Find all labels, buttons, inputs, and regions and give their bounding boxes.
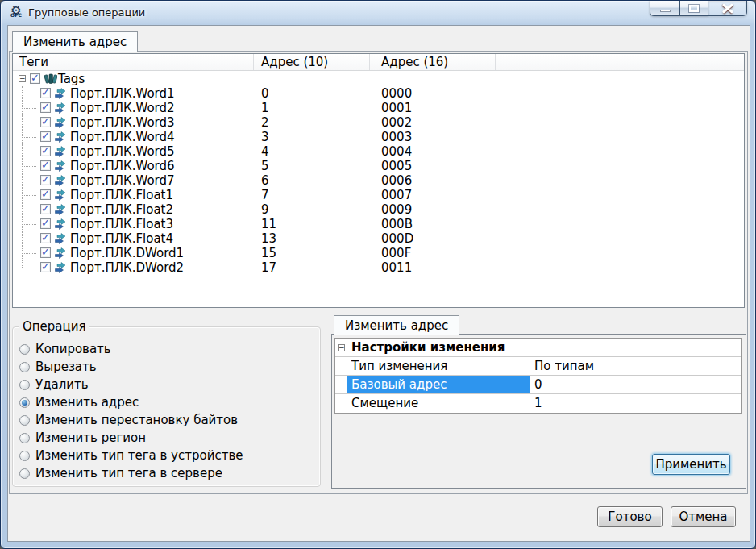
app-opc-gear-icon: ⚙OPC [8, 4, 24, 22]
tree-guide-line [23, 210, 36, 210]
radio-icon[interactable] [19, 433, 30, 443]
operation-radio-option[interactable]: Изменить перестановку байтов [19, 411, 317, 429]
tree-guide-line [23, 239, 36, 239]
radio-icon[interactable] [19, 397, 30, 408]
tag-checkbox[interactable]: ✓ [40, 262, 51, 272]
operation-options: Копировать Вырезать Удалить [19, 340, 317, 482]
operation-radio-option[interactable]: Изменить регион [19, 429, 317, 447]
grid-gutter [335, 376, 347, 393]
transfer-arrows-icon [55, 262, 66, 277]
close-button[interactable] [708, 0, 747, 16]
radio-icon[interactable] [19, 451, 30, 461]
radio-icon[interactable] [19, 344, 30, 355]
tree-guide-line [23, 195, 36, 196]
tag-checkbox[interactable]: ✓ [40, 247, 51, 258]
tree-item-row[interactable]: ✓ Порт.ПЛК.Word4 3 0003 [13, 130, 744, 144]
tree-item-row[interactable]: ✓ Порт.ПЛК.Word6 5 0005 [13, 159, 744, 173]
tag-checkbox[interactable]: ✓ [40, 117, 51, 127]
tree-item-row[interactable]: ✓ Порт.ПЛК.Float3 11 000B [13, 217, 744, 231]
tag-addr16: 0000 [381, 86, 412, 101]
tree-item-row[interactable]: ✓ Порт.ПЛК.Word3 2 0002 [13, 115, 744, 130]
operation-radio-option[interactable]: Копировать [19, 340, 317, 358]
tag-checkbox[interactable]: ✓ [40, 160, 51, 171]
subtab-change-address[interactable]: Изменить адрес [334, 315, 459, 335]
operation-radio-option[interactable]: Удалить [19, 376, 317, 393]
tag-addr16: 0005 [381, 159, 412, 173]
tag-addr16: 000F [381, 246, 411, 260]
tag-name: Порт.ПЛК.Word2 [70, 101, 175, 115]
radio-icon[interactable] [19, 380, 30, 390]
setting-name[interactable]: Базовый адрес [347, 376, 530, 393]
setting-name[interactable]: Смещение [347, 394, 530, 413]
tag-name: Порт.ПЛК.Word1 [70, 86, 175, 101]
column-header-addr10[interactable]: Адрес (10) [261, 55, 328, 69]
setting-value[interactable]: 0 [530, 376, 741, 393]
maximize-button[interactable] [679, 0, 708, 16]
tag-checkbox[interactable]: ✓ [40, 102, 51, 113]
tab-label: Изменить адрес [23, 35, 127, 49]
tree-item-row[interactable]: ✓ Порт.ПЛК.Word2 1 0001 [13, 101, 744, 115]
operation-label: Вырезать [35, 360, 97, 374]
title-bar[interactable]: ⚙OPC Групповые операции [1, 1, 755, 25]
minimize-icon [660, 10, 671, 12]
tag-checkbox[interactable]: ✓ [40, 175, 51, 185]
apply-button[interactable]: Применить [652, 454, 730, 475]
tag-checkbox[interactable]: ✓ [40, 146, 51, 156]
tree-root-row[interactable]: − ✓ Tags [13, 72, 744, 86]
maximize-icon [689, 5, 699, 12]
tree-item-row[interactable]: ✓ Порт.ПЛК.Float2 9 0009 [13, 202, 744, 217]
tree-item-row[interactable]: ✓ Порт.ПЛК.Word5 4 0004 [13, 144, 744, 159]
root-checkbox[interactable]: ✓ [30, 73, 40, 84]
tree-item-row[interactable]: ✓ Порт.ПЛК.Float4 13 000D [13, 231, 744, 246]
tag-checkbox[interactable]: ✓ [40, 88, 51, 98]
tag-addr16: 0011 [381, 260, 412, 275]
tag-checkbox[interactable]: ✓ [40, 189, 51, 200]
tag-addr10: 0 [261, 86, 269, 101]
setting-name[interactable]: Тип изменения [347, 357, 530, 375]
settings-row[interactable]: Тип изменения По типам [335, 357, 741, 376]
setting-value[interactable]: 1 [530, 394, 741, 413]
settings-group-row[interactable]: − Настройки изменения [335, 339, 741, 357]
subtab-label: Изменить адрес [345, 318, 448, 333]
tree-item-row[interactable]: ✓ Порт.ПЛК.Float1 7 0007 [13, 188, 744, 202]
tag-addr10: 7 [261, 188, 269, 202]
radio-icon[interactable] [19, 415, 30, 426]
column-header-addr16[interactable]: Адрес (16) [381, 55, 448, 69]
tree-item-row[interactable]: ✓ Порт.ПЛК.DWord1 15 000F [13, 246, 744, 260]
tag-name: Порт.ПЛК.DWord1 [70, 246, 184, 260]
minimize-button[interactable] [650, 0, 679, 16]
done-button[interactable]: Готово [597, 506, 663, 527]
setting-value[interactable]: По типам [530, 357, 741, 375]
tag-checkbox[interactable]: ✓ [40, 204, 51, 214]
group-operations-dialog: ⚙OPC Групповые операции Изменить адрес Т… [0, 0, 756, 549]
tree-guide-line [23, 268, 36, 268]
tag-checkbox[interactable]: ✓ [40, 233, 51, 243]
close-icon [722, 3, 733, 13]
operation-radio-option[interactable]: Изменить тип тега в устройстве [19, 447, 317, 464]
settings-row[interactable]: Базовый адрес 0 [335, 376, 741, 394]
window-controls [650, 0, 747, 16]
tree-item-row[interactable]: ✓ Порт.ПЛК.Word7 6 0006 [13, 173, 744, 188]
settings-row[interactable]: Смещение 1 [335, 394, 741, 413]
operation-radio-option[interactable]: Изменить адрес [19, 393, 317, 411]
operation-label: Изменить перестановку байтов [35, 413, 238, 427]
settings-property-grid: − Настройки изменения Тип изменения По т… [334, 338, 742, 414]
tree-item-row[interactable]: ✓ Порт.ПЛК.DWord2 17 0011 [13, 260, 744, 275]
tree-item-row[interactable]: ✓ Порт.ПЛК.Word1 0 0000 [13, 86, 744, 101]
grid-gutter [335, 357, 347, 375]
tag-checkbox[interactable]: ✓ [40, 131, 51, 142]
tag-name: Порт.ПЛК.Float3 [70, 217, 173, 231]
column-header-tags[interactable]: Теги [19, 55, 48, 69]
tag-addr10: 6 [261, 173, 269, 188]
cancel-button[interactable]: Отмена [671, 506, 736, 527]
tag-checkbox[interactable]: ✓ [40, 218, 51, 229]
tag-addr16: 0007 [381, 188, 412, 202]
tab-change-address[interactable]: Изменить адрес [12, 31, 138, 52]
tags-tree-panel: Теги Адрес (10) Адрес (16) − ✓ [12, 53, 745, 308]
operation-radio-option[interactable]: Вырезать [19, 358, 317, 376]
radio-icon[interactable] [19, 362, 30, 372]
operation-radio-option[interactable]: Изменить тип тега в сервере [19, 464, 317, 482]
collapse-expander-icon[interactable]: − [19, 75, 26, 82]
collapse-expander-icon[interactable]: − [338, 344, 345, 351]
radio-icon[interactable] [19, 468, 30, 479]
